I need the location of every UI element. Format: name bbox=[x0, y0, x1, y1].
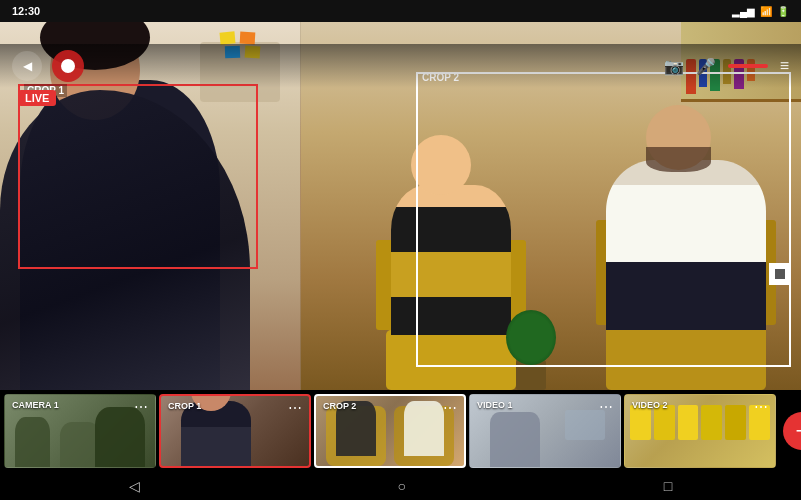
thumb-camera1-more[interactable]: ⋯ bbox=[134, 400, 148, 414]
thumb-video1-more[interactable]: ⋯ bbox=[599, 400, 613, 414]
thumb-crop2-more[interactable]: ⋯ bbox=[443, 401, 457, 415]
thumb-crop2-label: CROP 2 bbox=[323, 401, 356, 411]
back-icon: ◀ bbox=[23, 59, 32, 73]
toolbar-right: 📷 🎤 ≡ bbox=[664, 57, 789, 76]
thumb-camera1[interactable]: CAMERA 1 ⋯ bbox=[4, 394, 156, 468]
wifi-icon: 📶 bbox=[760, 6, 772, 17]
record-button[interactable] bbox=[52, 50, 84, 82]
plant bbox=[511, 310, 551, 390]
nav-back-button[interactable]: ◁ bbox=[109, 474, 160, 498]
main-video-area: ◀ 📷 🎤 ≡ LIVE CROP 1 CROP 2 bbox=[0, 22, 801, 390]
thumb-crop2[interactable]: CROP 2 ⋯ bbox=[314, 394, 466, 468]
toolbar-left: ◀ bbox=[12, 50, 84, 82]
thumbnail-strip: CAMERA 1 ⋯ CROP 1 ⋯ CROP 2 ⋯ VIDEO 1 ⋯ bbox=[0, 390, 801, 472]
thumb-video2-label: VIDEO 2 bbox=[632, 400, 668, 410]
status-time: 12:30 bbox=[12, 5, 40, 17]
navigation-bar: ◁ ○ □ bbox=[0, 472, 801, 500]
status-bar: 12:30 ▂▄▆ 📶 🔋 bbox=[0, 0, 801, 22]
signal-icon: ▂▄▆ bbox=[732, 6, 755, 17]
thumb-crop1-label: CROP 1 bbox=[168, 401, 201, 411]
battery-icon: 🔋 bbox=[777, 6, 789, 17]
menu-icon[interactable]: ≡ bbox=[780, 57, 789, 75]
mic-icon[interactable]: 🎤 bbox=[696, 57, 716, 76]
nav-recents-button[interactable]: □ bbox=[644, 474, 692, 498]
thumb-camera1-label: CAMERA 1 bbox=[12, 400, 59, 410]
nav-home-button[interactable]: ○ bbox=[378, 474, 426, 498]
back-button[interactable]: ◀ bbox=[12, 51, 42, 81]
thumb-video1[interactable]: VIDEO 1 ⋯ bbox=[469, 394, 621, 468]
chair-right bbox=[596, 190, 776, 390]
thumb-crop1[interactable]: CROP 1 ⋯ bbox=[159, 394, 311, 468]
level-bar bbox=[728, 64, 768, 68]
person-white-jacket bbox=[606, 160, 766, 330]
thumb-crop1-more[interactable]: ⋯ bbox=[288, 401, 302, 415]
thumb-video1-label: VIDEO 1 bbox=[477, 400, 513, 410]
record-indicator bbox=[61, 59, 75, 73]
chair-left bbox=[376, 210, 526, 390]
camera-icon[interactable]: 📷 bbox=[664, 57, 684, 76]
thumb-video2-more[interactable]: ⋯ bbox=[754, 400, 768, 414]
live-badge: LIVE bbox=[18, 90, 56, 106]
person-plaid bbox=[391, 185, 511, 335]
status-icons: ▂▄▆ 📶 🔋 bbox=[732, 6, 789, 17]
top-toolbar: ◀ 📷 🎤 ≡ bbox=[0, 44, 801, 88]
thumb-video2[interactable]: VIDEO 2 ⋯ bbox=[624, 394, 776, 468]
add-source-button[interactable]: + bbox=[783, 412, 801, 450]
